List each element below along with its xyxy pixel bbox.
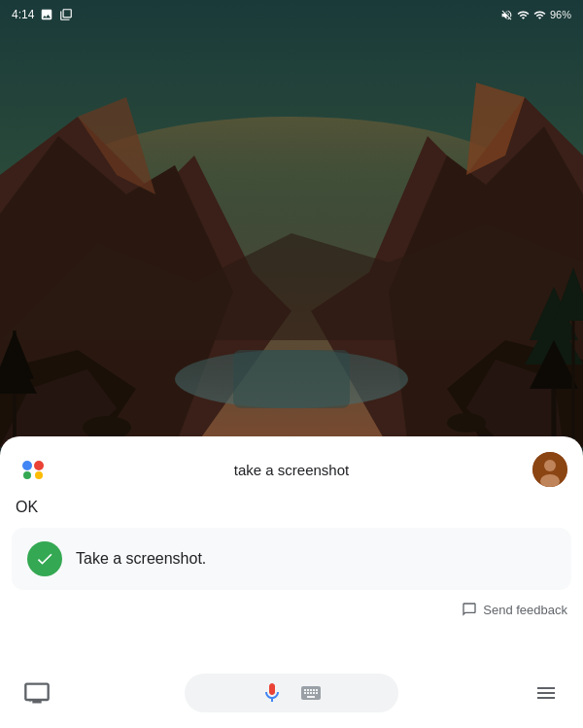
time-display: 4:14 bbox=[12, 8, 34, 21]
check-circle bbox=[27, 541, 62, 576]
feedback-icon bbox=[462, 602, 477, 617]
assistant-sheet: take a screenshot OK Take a screenshot. … bbox=[0, 436, 583, 728]
photo-icon bbox=[40, 8, 53, 21]
send-feedback-button[interactable]: Send feedback bbox=[462, 602, 567, 617]
svg-rect-10 bbox=[233, 350, 350, 408]
query-text: take a screenshot bbox=[234, 462, 349, 478]
bottom-toolbar bbox=[0, 666, 583, 728]
svg-point-25 bbox=[447, 413, 486, 433]
svg-point-33 bbox=[29, 700, 31, 702]
result-text: Take a screenshot. bbox=[76, 550, 206, 568]
muted-icon bbox=[500, 9, 513, 21]
google-logo bbox=[16, 452, 51, 487]
feedback-label: Send feedback bbox=[483, 603, 567, 617]
ok-text: OK bbox=[0, 495, 583, 524]
menu-icon[interactable] bbox=[529, 676, 564, 711]
svg-point-27 bbox=[34, 461, 44, 470]
signal-icon bbox=[533, 9, 546, 21]
svg-point-31 bbox=[544, 460, 556, 471]
keyboard-button[interactable] bbox=[299, 681, 323, 705]
assistant-devices-icon[interactable] bbox=[19, 676, 54, 711]
svg-point-28 bbox=[23, 471, 31, 479]
user-avatar[interactable] bbox=[532, 452, 567, 487]
status-bar: 4:14 96% bbox=[0, 0, 583, 29]
checkmark-icon bbox=[35, 549, 54, 569]
svg-point-29 bbox=[35, 471, 43, 479]
result-card: Take a screenshot. bbox=[12, 528, 571, 590]
microphone-button[interactable] bbox=[260, 681, 284, 705]
sheet-header: take a screenshot bbox=[0, 436, 583, 495]
wallpaper-background bbox=[0, 0, 583, 447]
mic-bar[interactable] bbox=[185, 674, 398, 712]
battery-display: 96% bbox=[550, 9, 571, 20]
google-assistant-logo bbox=[16, 452, 51, 487]
screen-capture-icon bbox=[59, 8, 73, 21]
feedback-row: Send feedback bbox=[0, 598, 583, 625]
wifi-icon bbox=[517, 9, 530, 21]
svg-point-26 bbox=[22, 461, 32, 470]
